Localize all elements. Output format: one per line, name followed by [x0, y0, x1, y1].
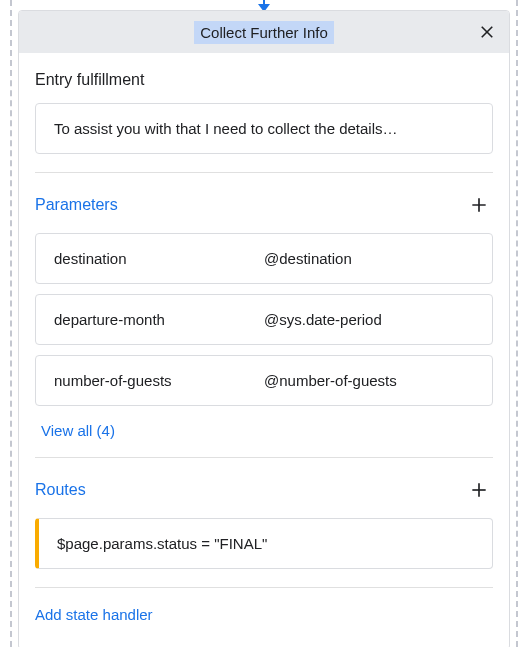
entry-fulfillment-text: To assist you with that I need to collec… [54, 120, 398, 137]
route-condition: $page.params.status = "FINAL" [57, 535, 267, 552]
panel-header: Collect Further Info [19, 11, 509, 53]
parameters-section: Parameters destination @destination depa… [35, 173, 493, 458]
entry-fulfillment-section: Entry fulfillment To assist you with tha… [35, 53, 493, 173]
close-icon [478, 23, 496, 41]
add-route-button[interactable] [465, 476, 493, 504]
routes-section: Routes $page.params.status = "FINAL" [35, 458, 493, 588]
parameter-row[interactable]: destination @destination [35, 233, 493, 284]
parameter-entity: @destination [264, 250, 474, 267]
page-title: Collect Further Info [194, 21, 334, 44]
parameter-row[interactable]: number-of-guests @number-of-guests [35, 355, 493, 406]
canvas-edge-right [516, 0, 518, 647]
entry-fulfillment-title: Entry fulfillment [35, 71, 144, 89]
plus-icon [469, 480, 489, 500]
parameter-name: number-of-guests [54, 372, 264, 389]
section-title-row: Entry fulfillment [35, 71, 493, 89]
page-panel: Collect Further Info Entry fulfillment T… [18, 10, 510, 647]
routes-title[interactable]: Routes [35, 481, 86, 499]
section-title-row: Routes [35, 476, 493, 504]
canvas-edge-left [10, 0, 12, 647]
parameter-entity: @sys.date-period [264, 311, 474, 328]
entry-fulfillment-card[interactable]: To assist you with that I need to collec… [35, 103, 493, 154]
panel-body: Entry fulfillment To assist you with tha… [19, 53, 509, 647]
parameter-name: departure-month [54, 311, 264, 328]
parameters-title[interactable]: Parameters [35, 196, 118, 214]
parameter-row[interactable]: departure-month @sys.date-period [35, 294, 493, 345]
section-title-row: Parameters [35, 191, 493, 219]
parameter-entity: @number-of-guests [264, 372, 474, 389]
add-state-handler-link[interactable]: Add state handler [35, 588, 493, 647]
parameter-name: destination [54, 250, 264, 267]
view-all-parameters-link[interactable]: View all (4) [35, 422, 493, 439]
route-row[interactable]: $page.params.status = "FINAL" [35, 518, 493, 569]
plus-icon [469, 195, 489, 215]
add-parameter-button[interactable] [465, 191, 493, 219]
close-button[interactable] [473, 18, 501, 46]
